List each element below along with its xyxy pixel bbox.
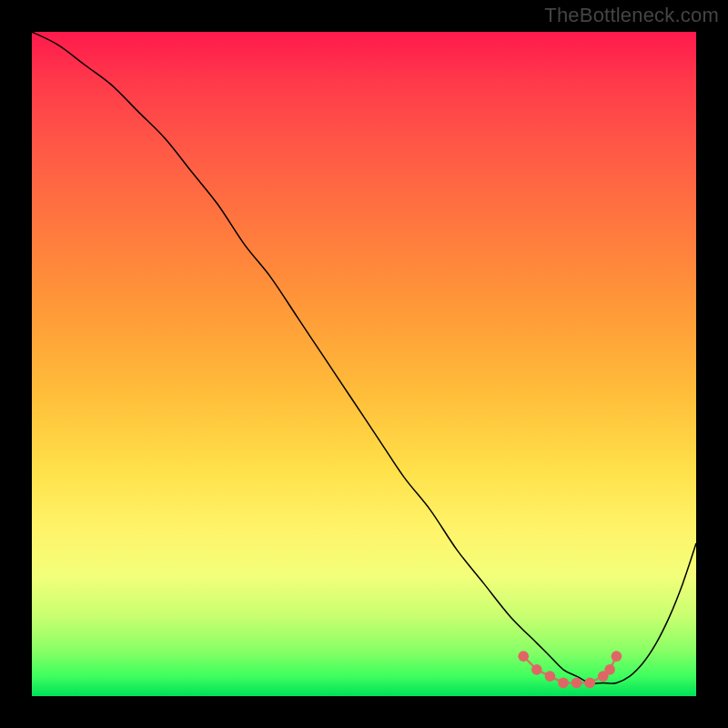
curve-line-group: [32, 32, 696, 683]
watermark-text: TheBottleneck.com: [544, 4, 719, 27]
valley-marker: [558, 678, 569, 689]
valley-marker: [545, 671, 556, 682]
valley-marker: [612, 651, 622, 662]
valley-marker: [604, 664, 615, 675]
curve-line: [32, 32, 696, 683]
valley-marker: [518, 651, 529, 662]
valley-marker: [584, 678, 595, 689]
chart-svg: [32, 32, 696, 696]
valley-marker: [571, 678, 582, 689]
valley-marker: [531, 664, 542, 675]
chart-frame: TheBottleneck.com: [0, 0, 728, 728]
plot-area: [32, 32, 696, 696]
